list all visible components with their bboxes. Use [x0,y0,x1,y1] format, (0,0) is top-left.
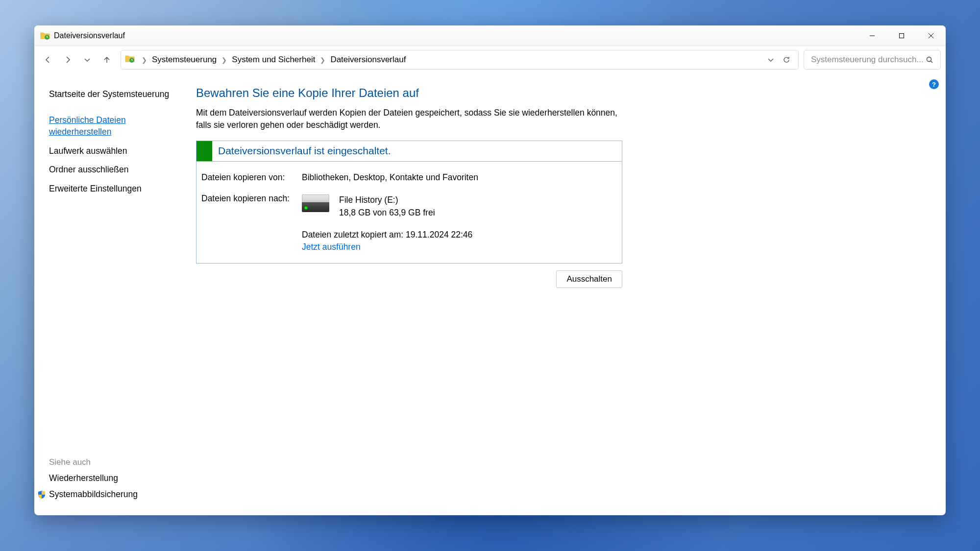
address-bar[interactable]: ❯ Systemsteuerung ❯ System und Sicherhei… [121,50,799,70]
breadcrumb-item[interactable]: Systemsteuerung [152,55,217,65]
chevron-right-icon: ❯ [320,56,325,64]
search-input[interactable]: Systemsteuerung durchsuch... [804,50,941,70]
run-now-link[interactable]: Jetzt ausführen [302,242,361,252]
address-dropdown[interactable] [763,52,779,68]
sidebar-exclude-folders[interactable]: Ordner ausschließen [49,164,181,176]
file-history-icon [125,54,135,66]
drive-free-space: 18,8 GB von 63,9 GB frei [339,206,435,219]
breadcrumb-item[interactable]: System und Sicherheit [232,55,315,65]
search-placeholder: Systemsteuerung durchsuch... [811,55,926,65]
sidebar-select-drive[interactable]: Laufwerk auswählen [49,145,181,157]
refresh-button[interactable] [779,52,794,68]
status-title: Dateiversionsverlauf ist eingeschaltet. [218,145,391,157]
page-description: Mit dem Dateiversionsverlauf werden Kopi… [196,107,622,132]
sidebar-home-link[interactable]: Startseite der Systemsteuerung [49,88,181,100]
up-button[interactable] [98,51,116,69]
file-history-icon [40,31,50,41]
window-title: Dateiversionsverlauf [54,31,125,40]
status-indicator-icon [196,141,212,161]
page-heading: Bewahren Sie eine Kopie Ihrer Dateien au… [196,86,931,100]
maximize-button[interactable] [887,25,916,46]
shield-icon [37,490,46,499]
content-area: ? Startseite der Systemsteuerung Persönl… [34,73,946,515]
search-icon [926,56,933,64]
back-button[interactable] [39,51,57,69]
svg-line-7 [931,61,933,63]
sidebar-advanced-settings[interactable]: Erweiterte Einstellungen [49,183,181,195]
status-header: Dateiversionsverlauf ist eingeschaltet. [196,141,622,162]
sidebar: Startseite der Systemsteuerung Persönlic… [34,73,181,515]
see-also-system-image[interactable]: Systemabbildsicherung [49,489,181,500]
navigation-bar: ❯ Systemsteuerung ❯ System und Sicherhei… [34,46,946,73]
minimize-button[interactable] [858,25,887,46]
last-copy-time: Dateien zuletzt kopiert am: 19.11.2024 2… [302,230,617,240]
copy-from-value: Bibliotheken, Desktop, Kontakte und Favo… [302,172,617,183]
chevron-right-icon: ❯ [142,56,147,64]
see-also-recovery[interactable]: Wiederherstellung [49,473,181,483]
copy-from-label: Dateien kopieren von: [201,172,302,183]
svg-point-6 [927,57,931,62]
drive-name: File History (E:) [339,193,435,206]
help-button[interactable]: ? [929,79,939,89]
svg-rect-2 [900,33,904,38]
copy-to-label: Dateien kopieren nach: [201,193,302,253]
recent-dropdown[interactable] [78,51,96,69]
status-panel: Dateiversionsverlauf ist eingeschaltet. … [196,141,622,264]
chevron-right-icon: ❯ [221,56,227,64]
turn-off-button[interactable]: Ausschalten [556,270,622,288]
forward-button[interactable] [59,51,76,69]
see-also-heading: Siehe auch [49,457,181,467]
close-button[interactable] [916,25,946,46]
sidebar-restore-files[interactable]: Persönliche Dateien wiederherstellen [49,114,132,138]
control-panel-window: Dateiversionsverlauf [34,25,946,515]
drive-icon [302,194,329,212]
titlebar: Dateiversionsverlauf [34,25,946,46]
main-panel: Bewahren Sie eine Kopie Ihrer Dateien au… [181,73,946,515]
breadcrumb-item[interactable]: Dateiversionsverlauf [330,55,406,65]
